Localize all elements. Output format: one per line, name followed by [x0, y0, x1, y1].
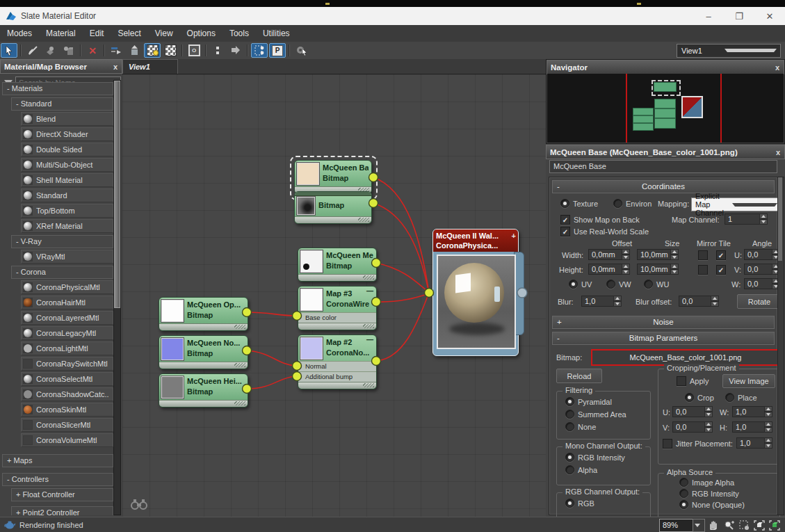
browser-item-standard[interactable]: Standard — [21, 188, 113, 202]
group-materials[interactable]: - Materials — [2, 82, 113, 95]
node-map2-coronanormal[interactable]: — Map #2CoronaNo... Normal Additional bu… — [298, 334, 377, 389]
crop-v-spinner[interactable]: 0,0 — [672, 421, 713, 433]
radio-place[interactable]: Place — [725, 393, 757, 402]
rollout-coordinates[interactable]: - Coordinates — [552, 180, 775, 193]
layout-all-button[interactable] — [227, 43, 244, 58]
parameter-scrollbar[interactable] — [777, 177, 784, 515]
group-vray[interactable]: - V-Ray — [11, 235, 113, 248]
node-mcqueen-base[interactable]: McQueen BaseBitmap — [294, 160, 372, 194]
layout-children-button[interactable] — [209, 43, 226, 58]
checkbox-apply[interactable]: Apply — [677, 376, 709, 386]
input-slot-normal[interactable]: Normal — [298, 361, 376, 371]
node-bitmap-2[interactable]: Bitmap — [294, 191, 372, 224]
checkbox-use-real-world-scale[interactable]: ✓Use Real-World Scale — [560, 227, 649, 236]
browser-item-topbottom[interactable]: Top/Bottom — [21, 204, 113, 218]
node-canvas[interactable]: McQueen BaseBitmap Bitmap McQueen Me...B… — [122, 74, 546, 517]
height-size-spinner[interactable]: 10,0mm — [637, 264, 679, 275]
browser-item-vraymtl[interactable]: VRayMtl — [21, 250, 113, 264]
view-image-button[interactable]: View Image — [722, 374, 775, 388]
radio-vw[interactable]: VW — [606, 280, 631, 289]
menu-material[interactable]: Material — [39, 25, 83, 42]
reload-button[interactable]: Reload — [556, 369, 602, 383]
close-button[interactable]: ✕ — [754, 7, 785, 25]
group-point2-controller[interactable]: + Point2 Controller — [11, 506, 113, 515]
radio-summed-area[interactable]: Summed Area — [565, 410, 626, 419]
node-resize-handle[interactable] — [159, 323, 248, 330]
u-angle-spinner[interactable]: 0,0 — [744, 249, 780, 260]
height-offset-spinner[interactable]: 0,0mm — [588, 264, 630, 275]
radio-environ[interactable]: Environ — [613, 199, 652, 208]
browser-item-multisub[interactable]: Multi/Sub-Object — [21, 158, 113, 172]
crop-h-spinner[interactable]: 1,0 — [732, 421, 772, 433]
radio-texture[interactable]: Texture — [560, 199, 598, 208]
node-resize-handle[interactable] — [298, 274, 376, 281]
browser-item-shell[interactable]: Shell Material — [21, 173, 113, 187]
rollout-noise[interactable]: + Noise — [552, 316, 775, 329]
navigator-minimap[interactable] — [547, 74, 784, 143]
browser-item-coronaslicer[interactable]: CoronaSlicerMtl — [21, 418, 113, 432]
menu-options[interactable]: Options — [180, 25, 222, 42]
browser-item-coronaskin[interactable]: CoronaSkinMtl — [21, 403, 113, 417]
browser-item-coronaphysical[interactable]: CoronaPhysicalMtl — [21, 280, 113, 294]
node-resize-handle[interactable] — [295, 216, 371, 223]
group-float-controller[interactable]: + Float Controller — [11, 488, 113, 501]
pan-tool-button[interactable] — [706, 519, 720, 531]
search-binoculars-icon[interactable] — [131, 499, 147, 510]
rotate-button[interactable]: Rotate — [737, 294, 782, 309]
blur-offset-spinner[interactable]: 0,0 — [679, 296, 719, 307]
material-name-field[interactable]: McQueen Base — [549, 160, 777, 173]
radio-rgb[interactable]: RGB — [565, 499, 594, 508]
show-shaded-material-button[interactable] — [144, 43, 161, 58]
node-resize-handle[interactable] — [298, 323, 376, 330]
node-resize-handle[interactable] — [159, 400, 248, 407]
node-mcqueen-metallic[interactable]: McQueen Me...Bitmap — [298, 248, 377, 282]
render-map-button[interactable] — [293, 43, 309, 58]
show-end-result-button[interactable]: O — [186, 43, 202, 58]
menu-view[interactable]: View — [148, 25, 180, 42]
browser-item-coronaselect[interactable]: CoronaSelectMtl — [21, 372, 113, 386]
group-corona[interactable]: - Corona — [11, 266, 113, 279]
checkbox-tile-u[interactable]: ✓ — [716, 250, 726, 260]
width-size-spinner[interactable]: 10,0mm — [637, 249, 679, 260]
select-tool-button[interactable] — [1, 43, 17, 58]
minimize-button[interactable]: – — [693, 7, 724, 25]
zoom-extents-button[interactable] — [752, 519, 766, 531]
w-angle-spinner[interactable]: 0,0 — [744, 278, 780, 289]
browser-item-coronalayered[interactable]: CoronaLayeredMtl — [21, 311, 113, 325]
browser-item-coronahair[interactable]: CoronaHairMtl — [21, 296, 113, 309]
radio-image-alpha[interactable]: Image Alpha — [679, 478, 734, 487]
view-selector-dropdown[interactable]: View1 — [677, 44, 781, 58]
menu-edit[interactable]: Edit — [83, 25, 111, 42]
group-controllers[interactable]: - Controllers — [2, 473, 113, 486]
radio-none-opaque[interactable]: None (Opaque) — [679, 500, 745, 509]
node-coronaphysical-material[interactable]: McQueen Il Wal... CoronaPhysica... + — [432, 229, 519, 356]
browser-close-icon[interactable]: x — [113, 63, 122, 71]
parameter-editor-button[interactable]: P — [269, 43, 286, 58]
browser-item-doublesided[interactable]: Double Sided — [21, 143, 113, 156]
node-resize-handle[interactable] — [159, 362, 248, 369]
crop-u-spinner[interactable]: 0,0 — [672, 406, 713, 417]
node-minimize-icon[interactable]: — — [366, 336, 373, 344]
assign-to-selection-button[interactable] — [60, 43, 77, 58]
menu-select[interactable]: Select — [111, 25, 147, 42]
zoom-region-button[interactable] — [737, 519, 751, 531]
node-resize-handle[interactable] — [298, 382, 376, 389]
rollout-bitmap-parameters[interactable]: - Bitmap Parameters — [552, 332, 775, 345]
width-offset-spinner[interactable]: 0,0mm — [588, 249, 630, 260]
radio-pyramidal[interactable]: Pyramidal — [565, 397, 612, 406]
zoom-tool-button[interactable] — [722, 519, 736, 531]
group-maps[interactable]: + Maps — [2, 454, 113, 467]
material-by-node-button[interactable] — [251, 43, 268, 58]
node-mcqueen-opacity[interactable]: McQueen Op...Bitmap — [159, 297, 248, 331]
radio-uv[interactable]: UV — [569, 280, 592, 289]
node-mcqueen-normal[interactable]: McQueen No...Bitmap — [159, 335, 248, 369]
jitter-spinner[interactable]: 1,0 — [736, 437, 772, 449]
browser-item-xref[interactable]: XRef Material — [21, 219, 113, 233]
mapping-dropdown[interactable]: Explicit Map Channel — [691, 198, 782, 211]
put-to-library-button[interactable] — [126, 43, 143, 58]
map-channel-spinner[interactable]: 1 — [725, 213, 768, 225]
parameter-scrollbar-thumb[interactable] — [778, 177, 782, 261]
browser-item-blend[interactable]: Blend — [21, 112, 113, 126]
browser-item-coronavolume[interactable]: CoronaVolumeMtl — [21, 433, 113, 447]
tab-view1[interactable]: View1 — [122, 59, 178, 74]
